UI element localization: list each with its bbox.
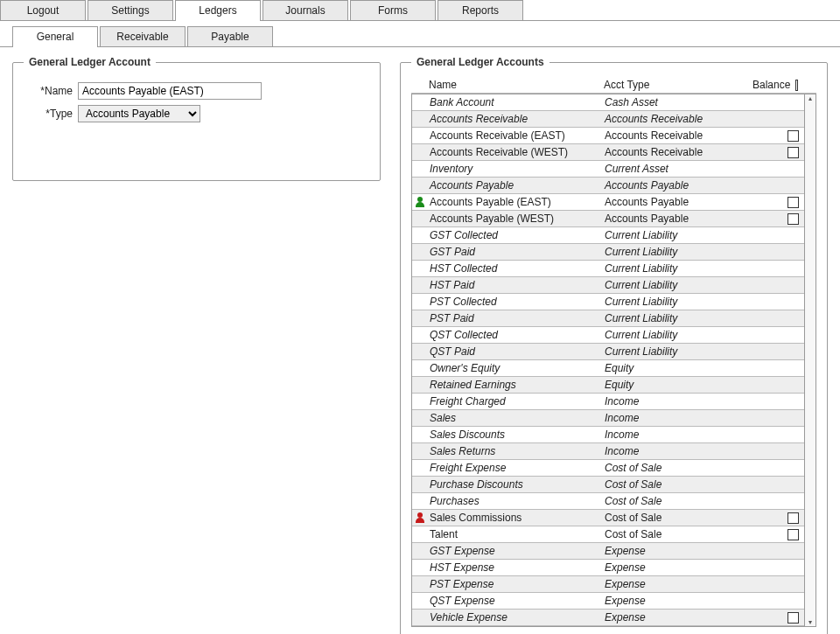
row-balance-checkbox[interactable] — [788, 147, 799, 158]
header-type[interactable]: Acct Type — [604, 79, 752, 91]
row-type: Cost of Sale — [605, 512, 753, 524]
row-type: Current Liability — [605, 345, 753, 358]
table-row[interactable]: Accounts Receivable (WEST)Accounts Recei… — [412, 144, 804, 161]
row-type: Current Liability — [605, 229, 753, 241]
row-type: Expense — [605, 561, 753, 574]
table-row[interactable]: TalentCost of Sale — [412, 526, 804, 543]
row-type: Current Liability — [605, 329, 753, 341]
row-name: GST Paid — [428, 246, 605, 258]
row-type: Current Liability — [605, 279, 753, 291]
row-name: QST Collected — [428, 329, 605, 341]
row-balance-checkbox[interactable] — [788, 130, 799, 142]
table-row[interactable]: Accounts Payable (WEST)Accounts Payable — [412, 211, 804, 227]
row-type: Accounts Receivable — [605, 129, 753, 142]
table-row[interactable]: HST CollectedCurrent Liability — [412, 261, 804, 277]
row-balance-checkbox[interactable] — [788, 213, 799, 225]
table-row[interactable]: InventoryCurrent Asset — [412, 161, 804, 178]
grid-scrollbar[interactable] — [804, 94, 816, 627]
row-name: Vehicle Expense — [428, 611, 605, 624]
table-row[interactable]: GST ExpenseExpense — [412, 543, 804, 560]
table-row[interactable]: HST PaidCurrent Liability — [412, 277, 804, 294]
table-row[interactable]: QST PaidCurrent Liability — [412, 344, 804, 360]
row-name: Accounts Payable — [428, 179, 605, 192]
row-balance-checkbox[interactable] — [788, 512, 799, 524]
row-type: Expense — [605, 595, 753, 607]
row-type: Cost of Sale — [605, 462, 753, 474]
balance-header-checkbox[interactable] — [795, 80, 798, 91]
row-name: Talent — [428, 528, 605, 540]
table-row[interactable]: Sales DiscountsIncome — [412, 427, 804, 443]
table-row[interactable]: Owner's EquityEquity — [412, 360, 804, 377]
ledger-account-legend: General Ledger Account — [24, 56, 156, 68]
table-row[interactable]: Accounts Receivable (EAST)Accounts Recei… — [412, 128, 804, 144]
row-name: Purchase Discounts — [428, 478, 605, 491]
row-type: Equity — [605, 379, 753, 391]
type-label: Type — [24, 108, 73, 120]
type-select[interactable]: Accounts Payable — [78, 105, 200, 122]
row-type: Accounts Payable — [605, 196, 753, 208]
table-row[interactable]: Bank AccountCash Asset — [412, 94, 804, 111]
tab-logout[interactable]: Logout — [0, 0, 86, 20]
tab-settings[interactable]: Settings — [88, 0, 173, 20]
row-name: Accounts Payable (WEST) — [428, 212, 605, 225]
tab-reports[interactable]: Reports — [438, 0, 523, 20]
ledger-accounts-legend: General Ledger Accounts — [411, 56, 550, 68]
table-row[interactable]: Sales CommissionsCost of Sale — [412, 510, 804, 526]
table-row[interactable]: SalesIncome — [412, 410, 804, 427]
row-name: Bank Account — [428, 96, 605, 108]
table-row[interactable]: Accounts Payable (EAST)Accounts Payable — [412, 194, 804, 211]
grid-header: Name Acct Type Balance — [411, 77, 816, 94]
header-name[interactable]: Name — [427, 79, 604, 91]
row-type: Income — [605, 395, 753, 408]
row-type: Current Liability — [605, 312, 753, 324]
row-type: Current Liability — [605, 262, 753, 275]
row-type: Expense — [605, 578, 753, 590]
table-row[interactable]: Retained EarningsEquity — [412, 377, 804, 394]
table-row[interactable]: PST CollectedCurrent Liability — [412, 294, 804, 310]
table-row[interactable]: Accounts ReceivableAccounts Receivable — [412, 111, 804, 128]
person-icon — [416, 197, 424, 207]
row-name: Accounts Receivable (EAST) — [428, 129, 605, 142]
table-row[interactable]: QST ExpenseExpense — [412, 593, 804, 610]
table-row[interactable]: HST ExpenseExpense — [412, 560, 804, 576]
subtab-payable[interactable]: Payable — [187, 26, 273, 46]
ledger-accounts-fieldset: General Ledger Accounts Name Acct Type B… — [400, 56, 828, 634]
ledger-account-fieldset: General Ledger Account Name Type Account… — [12, 56, 381, 181]
table-row[interactable]: Vehicle ExpenseExpense — [412, 610, 804, 626]
row-balance-checkbox[interactable] — [788, 529, 799, 540]
accounts-grid: Bank AccountCash AssetAccounts Receivabl… — [411, 94, 804, 627]
row-type: Current Liability — [605, 246, 753, 258]
table-row[interactable]: PST PaidCurrent Liability — [412, 310, 804, 327]
row-name: HST Collected — [428, 262, 605, 275]
table-row[interactable]: GST PaidCurrent Liability — [412, 244, 804, 261]
header-balance[interactable]: Balance — [752, 79, 790, 91]
tab-ledgers[interactable]: Ledgers — [175, 0, 261, 20]
row-name: PST Paid — [428, 312, 605, 324]
table-row[interactable]: PST ExpenseExpense — [412, 576, 804, 593]
table-row[interactable]: Purchase DiscountsCost of Sale — [412, 477, 804, 493]
row-name: HST Expense — [428, 561, 605, 574]
subtab-receivable[interactable]: Receivable — [100, 26, 186, 46]
row-balance-checkbox[interactable] — [788, 197, 799, 208]
row-name: HST Paid — [428, 279, 605, 291]
table-row[interactable]: Sales ReturnsIncome — [412, 443, 804, 460]
name-input[interactable] — [78, 82, 262, 100]
row-name: Accounts Receivable — [428, 113, 605, 125]
row-type: Expense — [605, 611, 753, 624]
table-row[interactable]: Accounts PayableAccounts Payable — [412, 178, 804, 194]
row-type: Cost of Sale — [605, 495, 753, 507]
tab-forms[interactable]: Forms — [350, 0, 436, 20]
table-row[interactable]: Freight ChargedIncome — [412, 394, 804, 410]
tab-journals[interactable]: Journals — [262, 0, 348, 20]
table-row[interactable]: GST CollectedCurrent Liability — [412, 227, 804, 244]
row-name: GST Collected — [428, 229, 605, 241]
table-row[interactable]: PurchasesCost of Sale — [412, 493, 804, 510]
row-balance-checkbox[interactable] — [788, 612, 799, 624]
row-name: PST Expense — [428, 578, 605, 590]
row-type: Income — [605, 412, 753, 424]
table-row[interactable]: QST CollectedCurrent Liability — [412, 327, 804, 344]
row-type: Income — [605, 445, 753, 457]
subtab-general[interactable]: General — [12, 26, 98, 46]
row-type: Cost of Sale — [605, 528, 753, 540]
table-row[interactable]: Freight ExpenseCost of Sale — [412, 460, 804, 477]
